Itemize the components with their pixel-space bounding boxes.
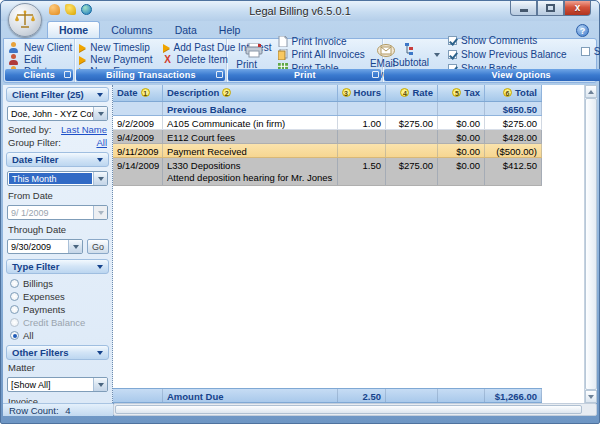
dialog-launcher-icon[interactable] (64, 71, 71, 78)
dialog-launcher-icon[interactable] (372, 71, 379, 78)
edit-client-button[interactable]: Edit (8, 55, 72, 66)
radio-payments[interactable]: Payments (6, 303, 109, 316)
client-combobox[interactable]: Doe, John - XYZ Corporation (7, 106, 108, 121)
group-filter-link[interactable]: All (96, 137, 107, 148)
cell-rate: $275.00 (386, 158, 438, 185)
print-all-invoices-button[interactable]: Print All Invoices (278, 49, 365, 60)
radio-billings[interactable]: Billings (6, 277, 109, 290)
through-date-field[interactable]: 9/30/2009 (7, 239, 83, 254)
table-row[interactable]: 9/14/2009 L330 Depositions Attend deposi… (113, 158, 542, 186)
client-filter-header[interactable]: Client Filter (25) (6, 87, 109, 102)
dialog-launcher-icon[interactable] (216, 71, 223, 78)
subtotal-outline-icon (404, 42, 418, 56)
tab-home[interactable]: Home (47, 21, 100, 38)
vertical-scroll-thumb[interactable] (585, 98, 597, 390)
quick-access-toolbar (49, 4, 92, 15)
help-icon[interactable]: ? (576, 24, 589, 37)
radio-expenses[interactable]: Expenses (6, 290, 109, 303)
calendar-dropdown-button[interactable] (68, 240, 82, 253)
matter-combobox[interactable]: [Show All] (7, 377, 108, 392)
table-row[interactable]: 9/4/2009 E112 Court fees $0.00 $428.00 (113, 130, 542, 144)
show-comments-checkbox[interactable]: Show Comments (448, 35, 567, 46)
hand-icon[interactable] (65, 4, 76, 15)
globe-icon[interactable] (81, 4, 92, 15)
maximize-icon (546, 4, 555, 12)
scales-of-justice-icon (14, 9, 36, 31)
new-timeslip-button[interactable]: New Timeslip (79, 43, 152, 54)
date-filter-header[interactable]: Date Filter (6, 152, 109, 167)
new-client-button[interactable]: New Client (8, 43, 72, 54)
from-date-field[interactable]: 9/ 1/2009 (7, 205, 108, 220)
from-date-value: 9/ 1/2009 (8, 206, 93, 219)
calendar-dropdown-button[interactable] (93, 206, 107, 219)
vertical-scrollbar[interactable] (584, 85, 597, 403)
previous-balance-row[interactable]: Previous Balance $650.50 (113, 102, 542, 116)
dropdown-button[interactable] (93, 107, 107, 120)
type-filter-header[interactable]: Type Filter (6, 259, 109, 274)
people-icon[interactable] (49, 4, 60, 15)
tab-help[interactable]: Help (208, 22, 252, 38)
sort-order-badge: 5 (452, 88, 461, 97)
radio-all[interactable]: All (6, 329, 109, 342)
close-button[interactable]: x (564, 1, 591, 16)
sorted-by-link[interactable]: Last Name (61, 124, 107, 135)
filter-sidebar: Client Filter (25) Doe, John - XYZ Corpo… (3, 85, 113, 403)
subtotal-label: Subtotal (392, 57, 429, 68)
column-header-date[interactable]: Date1 (113, 85, 163, 101)
chevron-down-icon (97, 265, 103, 269)
scroll-up-button[interactable] (585, 85, 597, 98)
go-button[interactable]: Go (87, 239, 109, 254)
cell-date: 9/2/2009 (113, 116, 163, 129)
dropdown-button[interactable] (93, 172, 107, 185)
table-row[interactable]: 9/2/2009 A105 Communicate (in firm) 1.00… (113, 116, 542, 130)
cell-description: E112 Court fees (163, 130, 338, 143)
cell-description: L330 Depositions (167, 160, 333, 172)
cell-comment: Attend deposition hearing for Mr. Jones (167, 172, 333, 184)
tab-columns[interactable]: Columns (100, 22, 163, 38)
new-payment-button[interactable]: New Payment (79, 55, 152, 66)
cell-tax: $0.00 (438, 130, 485, 143)
cell-total: $275.00 (485, 116, 542, 129)
checkbox-checked-icon (448, 50, 457, 59)
chevron-down-icon (98, 177, 104, 181)
delete-x-icon: X (163, 54, 173, 65)
dropdown-button[interactable] (93, 378, 107, 391)
column-header-hours[interactable]: 3Hours (338, 85, 386, 101)
type-filter-title: Type Filter (12, 261, 59, 272)
cell-hours: 1.00 (338, 116, 386, 129)
radio-credit-balance: Credit Balance (6, 316, 109, 329)
print-all-invoices-label: Print All Invoices (292, 49, 365, 60)
other-filters-header[interactable]: Other Filters (6, 345, 109, 360)
minimize-button[interactable] (510, 1, 537, 16)
row-count: Row Count: 4 (3, 403, 113, 416)
column-header-description[interactable]: Description2 (163, 85, 338, 101)
date-range-combobox[interactable]: This Month (7, 171, 108, 186)
amount-due-hours: 2.50 (338, 389, 386, 402)
cell-hours: 1.50 (338, 158, 386, 185)
date-range-value: This Month (9, 173, 92, 184)
search-footer-checkbox[interactable]: Search Footer (581, 46, 600, 57)
row-count-value: 4 (61, 405, 70, 416)
scroll-down-button[interactable] (585, 390, 597, 403)
billing-grid: Date1 Description2 3Hours 4Rate 5Tax (113, 85, 597, 403)
sorted-by-label: Sorted by: (8, 124, 51, 135)
edit-client-label: Edit (24, 54, 41, 65)
delete-item-label: Delete Item (177, 54, 228, 65)
show-previous-balance-checkbox[interactable]: Show Previous Balance (448, 49, 567, 60)
horizontal-scrollbar[interactable] (113, 403, 597, 416)
column-header-total[interactable]: 6Total (485, 85, 542, 101)
chevron-down-icon[interactable] (434, 53, 440, 57)
maximize-button[interactable] (537, 1, 564, 16)
print-invoice-button[interactable]: Print Invoice (278, 36, 365, 47)
column-header-rate[interactable]: 4Rate (386, 85, 438, 101)
ribbon-group-clients: New Client Edit Delete Clients (4, 39, 75, 82)
tab-data[interactable]: Data (164, 22, 208, 38)
print-group-label: Print (228, 69, 381, 81)
cell-total: $412.50 (485, 158, 542, 185)
table-row-payment[interactable]: 9/11/2009 Payment Received $0.00 ($500.0… (113, 144, 542, 158)
documents-stack-icon (278, 49, 288, 60)
horizontal-scroll-thumb[interactable] (115, 405, 582, 414)
column-header-tax[interactable]: 5Tax (438, 85, 485, 101)
application-menu-button[interactable] (8, 3, 42, 37)
amount-due-label: Amount Due (163, 389, 338, 402)
